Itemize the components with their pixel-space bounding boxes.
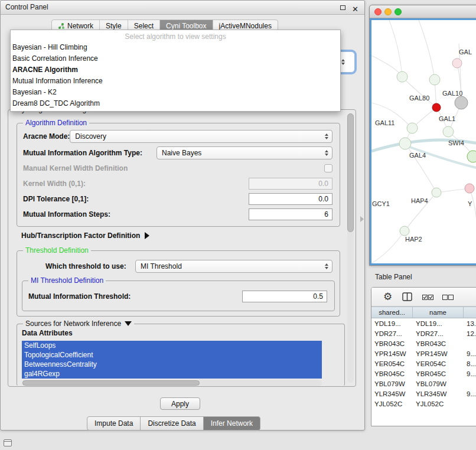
attribute-list-hscrollbar[interactable] — [22, 380, 322, 386]
column-header-name[interactable]: name — [413, 307, 464, 318]
vscrollbar-thumb[interactable] — [347, 113, 354, 232]
network-node-label: GAL1 — [439, 115, 455, 122]
cell-value — [464, 379, 476, 389]
attribute-list-item[interactable]: SelfLoops — [22, 341, 322, 350]
dpi-tolerance-label: DPI Tolerance [0,1]: — [23, 195, 89, 203]
zoom-traffic-icon[interactable] — [395, 8, 402, 15]
attribute-list-item[interactable]: BetweennessCentrality — [22, 360, 322, 369]
attribute-list-item[interactable]: TopologicalCoefficient — [22, 350, 322, 360]
dpi-tolerance-field[interactable] — [249, 193, 332, 205]
network-node[interactable] — [452, 58, 462, 68]
table-row[interactable]: YBR045C YBR045C 9... — [371, 369, 476, 379]
network-canvas[interactable]: GAL80 GAL10 GAL11 GAL1 SWI4 GAL4 GCY1 HA… — [370, 18, 476, 265]
which-threshold-select[interactable]: MI Threshold — [135, 260, 332, 273]
gear-icon[interactable]: ⚙ — [383, 291, 392, 303]
network-node-label: GAL80 — [409, 94, 429, 102]
algorithm-option[interactable]: Bayesian - Hill Climbing — [11, 42, 340, 53]
network-node-label: GAL11 — [375, 119, 395, 126]
minimize-traffic-icon[interactable] — [384, 8, 392, 15]
table-row[interactable]: YDL19... YDL19... 13... — [371, 319, 476, 329]
restore-panel-icon[interactable] — [4, 439, 12, 446]
network-node[interactable] — [400, 226, 409, 236]
close-icon[interactable]: ✕ — [352, 2, 358, 16]
aracne-mode-value: Discovery — [75, 132, 322, 141]
network-node[interactable] — [399, 138, 411, 149]
table-row[interactable]: YER054C YER054C 8... — [371, 359, 476, 369]
aracne-mode-select[interactable]: Discovery — [70, 130, 332, 143]
control-panel-titlebar[interactable]: Control Panel ✕ — [1, 1, 364, 15]
settings-vscrollbar[interactable] — [347, 113, 354, 383]
cell-name: YDL19... — [413, 319, 464, 329]
table-row[interactable]: YBR043C YBR043C — [371, 339, 476, 349]
mi-algorithm-type-label: Mutual Information Algorithm Type: — [23, 149, 142, 157]
network-node[interactable] — [429, 74, 440, 85]
network-node[interactable] — [455, 96, 468, 109]
mi-algorithm-type-select[interactable]: Naive Bayes — [157, 146, 332, 159]
table-body: YDL19... YDL19... 13... YDR27... YDR27..… — [371, 319, 476, 426]
tab-infer-network[interactable]: Infer Network — [203, 416, 260, 431]
algorithm-option[interactable]: Mutual Information Inference — [11, 76, 340, 87]
cell-value: 9... — [464, 389, 476, 399]
threshold-definition-title: Threshold Definition — [23, 246, 91, 255]
cell-shared-name: YLR345W — [371, 389, 413, 399]
columns-icon[interactable] — [402, 292, 412, 303]
hub-tf-definition-toggle[interactable]: Hub/Transcription Factor Definition — [21, 231, 149, 240]
table-row[interactable]: YJL052C YJL052C — [371, 399, 476, 409]
network-node-label: HAP2 — [405, 236, 422, 243]
network-node-label: GAL10 — [442, 90, 462, 97]
algorithm-option-selected[interactable]: ARACNE Algorithm — [11, 64, 340, 76]
desktop: Control Panel ✕ Network Style Select — [0, 0, 476, 450]
network-node[interactable] — [467, 151, 476, 162]
algorithm-option[interactable]: Bayesian - K2 — [11, 87, 340, 98]
deselect-all-icon[interactable] — [442, 294, 454, 302]
network-node[interactable] — [465, 184, 474, 193]
network-window-titlebar[interactable] — [370, 5, 476, 18]
splitter-toggle-icon[interactable] — [360, 216, 364, 222]
mi-steps-label: Mutual Information Steps: — [23, 210, 110, 219]
sources-title-row[interactable]: Sources for Network Inference — [23, 319, 134, 328]
manual-kernel-width-checkbox[interactable] — [324, 164, 332, 172]
tab-impute-data[interactable]: Impute Data — [87, 416, 141, 431]
combo-arrows-icon — [322, 263, 332, 269]
kernel-width-label: Kernel Width (0,1): — [23, 180, 86, 188]
select-all-icon[interactable] — [422, 294, 433, 302]
network-nodes[interactable] — [397, 58, 476, 236]
apply-button[interactable]: Apply — [160, 397, 200, 410]
cell-name: YBR043C — [413, 339, 464, 349]
table-row[interactable]: YLR345W YLR345W 9... — [371, 389, 476, 399]
cell-name: YBR045C — [413, 369, 464, 379]
cell-value: 9... — [464, 369, 476, 379]
network-node-label: GAL — [459, 48, 472, 56]
kernel-width-field[interactable] — [249, 178, 332, 190]
network-node[interactable] — [432, 188, 441, 197]
network-node-red[interactable] — [432, 103, 441, 112]
data-attributes-label: Data Attributes — [22, 329, 73, 337]
network-node[interactable] — [443, 126, 454, 137]
float-window-icon[interactable] — [340, 5, 345, 10]
expanded-arrow-icon — [125, 321, 132, 326]
cell-value — [464, 339, 476, 349]
algorithm-option[interactable]: Basic Correlation Inference — [11, 53, 340, 64]
algorithm-definition-title: Algorithm Definition — [23, 119, 89, 127]
hscrollbar-thumb[interactable] — [22, 380, 200, 386]
sources-group: Sources for Network Inference Data Attri… — [17, 324, 345, 386]
which-threshold-value: MI Threshold — [141, 262, 322, 270]
table-row[interactable]: YDR27... YDR27... 12... — [371, 329, 476, 339]
network-node[interactable] — [407, 123, 418, 133]
network-node-label: Y — [468, 200, 472, 207]
column-header-shared-name[interactable]: shared... — [371, 307, 413, 318]
tab-discretize-data[interactable]: Discretize Data — [140, 416, 203, 431]
network-node[interactable] — [397, 71, 407, 82]
combo-arrows-icon — [322, 133, 332, 139]
algorithm-option[interactable]: Dream8 DC_TDC Algorithm — [11, 98, 340, 109]
attribute-list-item[interactable]: gal4RGexp — [22, 369, 322, 379]
threshold-definition-group: Threshold Definition Which threshold to … — [17, 250, 340, 317]
mi-threshold-field[interactable] — [242, 291, 327, 302]
close-traffic-icon[interactable] — [374, 8, 382, 15]
combo-arrows-icon — [322, 150, 332, 156]
mi-steps-field[interactable] — [249, 208, 332, 220]
column-header-cut[interactable] — [464, 307, 476, 318]
table-row[interactable]: YPR145W YPR145W 9... — [371, 349, 476, 359]
mi-threshold-definition-group: MI Threshold Definition Mutual Informati… — [22, 281, 335, 311]
table-row[interactable]: YBL079W YBL079W — [371, 379, 476, 389]
